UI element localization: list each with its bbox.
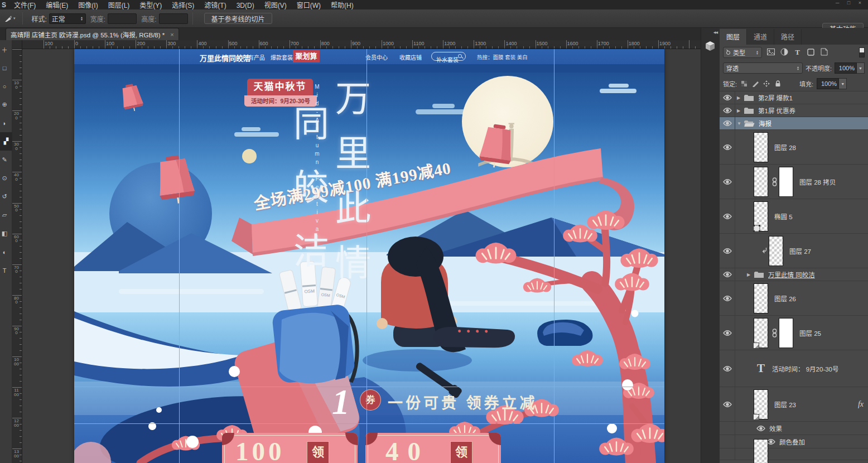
visibility-cell[interactable] (720, 422, 735, 435)
menu-item[interactable]: 帮助(H) (326, 2, 359, 9)
eye-icon[interactable] (723, 95, 732, 100)
eye-icon[interactable] (723, 272, 732, 277)
filter-type-select[interactable]: 类型 (723, 47, 762, 58)
layer-thumbnail[interactable] (769, 236, 783, 266)
layer-name[interactable]: 图层 26 (774, 294, 796, 303)
expand-arrow[interactable]: ▶ (737, 108, 744, 113)
expand-arrow[interactable]: ▼ (737, 121, 744, 126)
layer-name[interactable]: 第1屏 优惠券 (758, 106, 795, 115)
crop-tool[interactable]: ◗ (0, 114, 11, 132)
visibility-cell[interactable] (720, 91, 735, 104)
menu-item[interactable]: 编辑(E) (41, 2, 73, 9)
guide-vertical[interactable] (367, 49, 367, 463)
menu-item[interactable]: 图像(I) (73, 2, 103, 9)
eraser-tool[interactable]: ▱ (0, 206, 11, 224)
coupon-card[interactable]: 40 领 (365, 433, 501, 463)
layer-row[interactable] (720, 448, 868, 460)
layer-row[interactable]: 图层 23fx (720, 387, 868, 422)
visibility-cell[interactable] (720, 130, 735, 164)
layer-row[interactable]: 图层 27 (720, 234, 868, 268)
search-box[interactable]: 补水套装 (431, 52, 466, 61)
layer-name[interactable]: 图层 23 (774, 400, 796, 409)
nav-link[interactable]: 收藏店铺 (399, 53, 422, 61)
fx-icon[interactable]: fx (858, 400, 864, 409)
visibility-cell[interactable] (720, 281, 735, 315)
coupon-card[interactable]: 100 领 (222, 433, 358, 463)
dodge-tool[interactable]: ◐ (0, 243, 11, 261)
lock-all-icon[interactable] (774, 80, 782, 87)
guide-horizontal[interactable] (74, 423, 664, 424)
layer-name[interactable]: 椭圆 5 (774, 212, 793, 221)
layer-thumbnail[interactable] (754, 389, 768, 419)
menu-item[interactable]: 窗口(W) (292, 2, 326, 9)
type-tool[interactable]: T (0, 261, 11, 279)
layer-name[interactable]: 图层 28 拷贝 (799, 177, 836, 186)
collapse-panels-icon[interactable]: ◀◀ (713, 30, 717, 34)
tab-paths[interactable]: 路径 (774, 29, 802, 45)
eye-icon[interactable] (723, 248, 732, 254)
lock-transparency-icon[interactable] (740, 81, 748, 86)
filter-adjustment-icon[interactable] (779, 48, 789, 57)
style-select[interactable]: 正常 (49, 13, 86, 24)
nav-link[interactable]: 所有产品 (243, 53, 265, 61)
eye-icon[interactable] (723, 296, 732, 301)
eye-icon[interactable] (723, 120, 732, 126)
visibility-cell[interactable] (720, 268, 735, 281)
visibility-cell[interactable] (720, 350, 735, 387)
visibility-cell[interactable] (720, 448, 735, 460)
lock-paint-icon[interactable] (751, 80, 759, 87)
document-tab[interactable]: 高靖翔 店铺主页 欧诗漫.psd @ 55.1% (海报, RGB/8) * × (6, 28, 179, 40)
brush-tool[interactable]: ⊙ (0, 169, 11, 187)
tab-layers[interactable]: 图层 (720, 29, 747, 45)
nav-link[interactable]: 会员中心 (365, 53, 388, 61)
effect-name[interactable]: 颜色叠加 (779, 437, 805, 446)
layer-thumbnail[interactable] (754, 167, 768, 197)
menu-item[interactable]: 文件(F) (9, 2, 41, 9)
eye-icon[interactable] (723, 214, 732, 219)
layer-mask-thumbnail[interactable] (779, 167, 793, 197)
eye-icon[interactable] (756, 426, 765, 431)
juhuasuan-badge[interactable]: 聚划算 (293, 50, 320, 62)
layer-row[interactable]: ▶第2屏 爆款1 (720, 91, 868, 104)
expand-arrow[interactable]: ▶ (737, 95, 744, 100)
eye-icon[interactable] (723, 108, 732, 113)
layer-row[interactable]: ▼海报 (720, 117, 868, 130)
layer-row[interactable]: T活动时间： 9月20-30号 (720, 350, 868, 387)
layer-row[interactable]: ▶第1屏 优惠券 (720, 104, 868, 117)
eye-icon[interactable] (723, 366, 732, 372)
layer-row[interactable]: 颜色叠加 (720, 435, 868, 448)
tab-channels[interactable]: 通道 (747, 29, 774, 45)
layer-name[interactable]: 图层 28 (774, 143, 796, 152)
visibility-cell[interactable] (720, 387, 735, 421)
layer-row[interactable]: ▶万里此情 同皎洁 (720, 268, 868, 281)
close-icon[interactable]: × (170, 31, 173, 38)
slice-tool[interactable]: ▞ (0, 132, 12, 151)
claim-button[interactable]: 领 (450, 441, 472, 463)
gradient-tool[interactable]: ◧ (0, 224, 11, 243)
fill-input[interactable]: 100%▼ (817, 78, 847, 89)
layer-thumbnail[interactable] (754, 283, 768, 314)
visibility-cell[interactable] (720, 117, 735, 129)
height-input[interactable] (159, 13, 188, 24)
visibility-cell[interactable] (720, 316, 735, 350)
eye-icon[interactable] (723, 330, 732, 336)
layer-name[interactable]: 图层 27 (789, 247, 811, 255)
filter-pixel-icon[interactable] (766, 49, 775, 56)
layer-row[interactable]: 椭圆 5 (720, 199, 868, 234)
guide-horizontal[interactable] (74, 387, 664, 387)
layer-thumbnail[interactable] (754, 318, 768, 348)
document-canvas[interactable]: OSM OSM OSM (74, 49, 664, 463)
filter-shape-icon[interactable] (806, 49, 816, 57)
layer-row[interactable]: 效果 (720, 422, 868, 435)
menu-item[interactable]: 图层(L) (103, 2, 135, 9)
layer-row[interactable]: 图层 28 (720, 130, 868, 165)
layer-name[interactable]: 万里此情 同皎洁 (768, 270, 815, 279)
visibility-cell[interactable] (720, 234, 735, 268)
slices-from-guides-button[interactable]: 基于参考线的切片 (204, 13, 272, 24)
eye-icon[interactable] (723, 402, 732, 407)
history-brush-tool[interactable]: ↺ (0, 187, 11, 206)
slice-tool-icon[interactable]: ▾ (0, 15, 18, 23)
eye-icon[interactable] (723, 179, 732, 185)
layer-row[interactable]: 图层 28 拷贝 (720, 165, 868, 199)
claim-button[interactable]: 领 (307, 441, 329, 463)
